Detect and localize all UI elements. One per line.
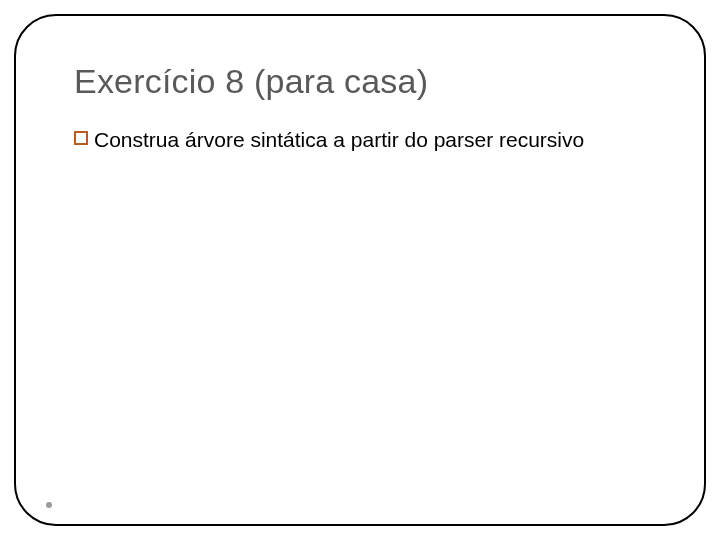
- bullet-text: Construa árvore sintática a partir do pa…: [94, 127, 584, 154]
- slide: Exercício 8 (para casa) Construa árvore …: [0, 0, 720, 540]
- page-indicator-dot: [46, 502, 52, 508]
- bullet-item: Construa árvore sintática a partir do pa…: [74, 127, 646, 154]
- square-bullet-icon: [74, 131, 88, 145]
- slide-title: Exercício 8 (para casa): [74, 62, 646, 101]
- slide-frame: Exercício 8 (para casa) Construa árvore …: [14, 14, 706, 526]
